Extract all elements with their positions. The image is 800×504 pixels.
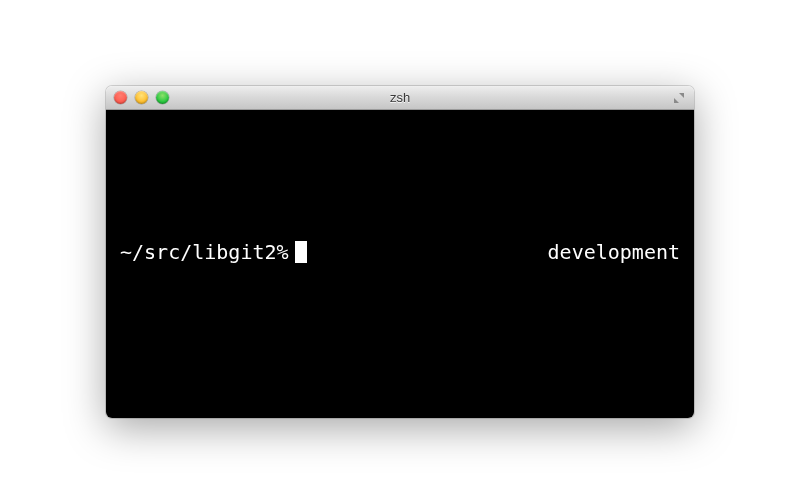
fullscreen-icon[interactable]: [672, 91, 686, 105]
titlebar-right: [672, 91, 686, 105]
cursor-block: [295, 241, 307, 263]
prompt-left: ~/src/libgit2%: [120, 240, 307, 264]
zoom-button[interactable]: [156, 91, 169, 104]
prompt-right: development: [548, 240, 680, 264]
minimize-button[interactable]: [135, 91, 148, 104]
terminal-window: zsh ~/src/libgit2% development: [106, 86, 694, 418]
window-title: zsh: [106, 90, 694, 105]
terminal-body[interactable]: ~/src/libgit2% development: [106, 110, 694, 418]
traffic-lights: [114, 91, 169, 104]
terminal-line: ~/src/libgit2% development: [120, 240, 680, 264]
window-titlebar[interactable]: zsh: [106, 86, 694, 110]
prompt-path: ~/src/libgit2%: [120, 240, 289, 264]
close-button[interactable]: [114, 91, 127, 104]
